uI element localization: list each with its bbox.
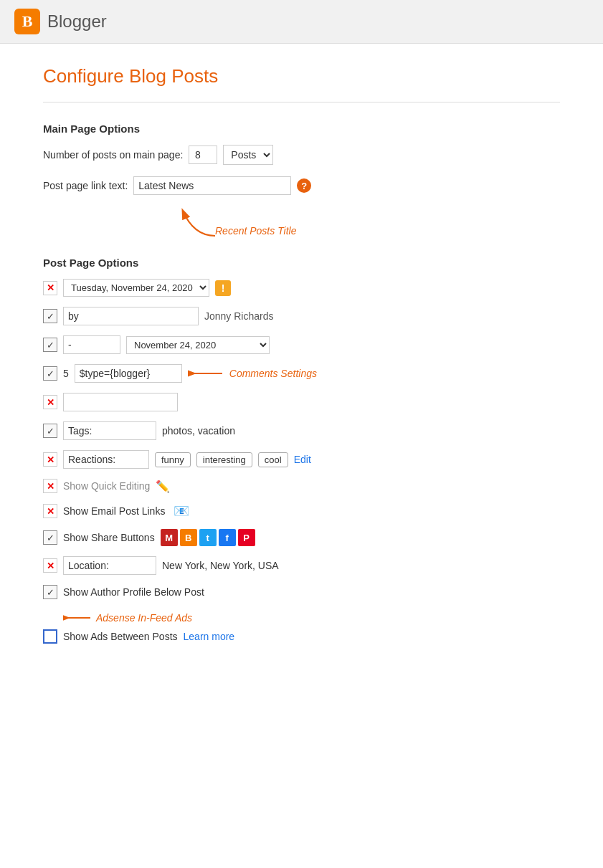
reactions-row: ✕ funny interesting cool Edit (43, 450, 560, 469)
posts-type-select[interactable]: Posts Days (223, 145, 273, 165)
author-row: ✓ Jonny Richards (43, 307, 560, 325)
posts-count-row: Number of posts on main page: Posts Days (43, 145, 560, 165)
date2-select[interactable]: November 24, 2020 (126, 336, 270, 354)
tags-value: photos, vacation (162, 425, 235, 437)
ads-label: Show Ads Between Posts (63, 631, 178, 642)
gmail-share-icon[interactable]: M (161, 529, 178, 546)
learn-more-link[interactable]: Learn more (184, 631, 235, 642)
link-text-label: Post page link text: (43, 180, 128, 191)
pencil-icon: ✏️ (156, 480, 170, 493)
location-value: New York, New York, USA (162, 560, 279, 571)
comments-count: 5 (63, 368, 69, 379)
reaction-cool: cool (258, 452, 288, 467)
link-text-row: Post page link text: ? Recent Posts Titl… (43, 176, 560, 239)
date-separator-row: ✓ November 24, 2020 (43, 335, 560, 354)
author-checkbox[interactable]: ✓ (43, 309, 57, 323)
author-profile-label: Show Author Profile Below Post (63, 586, 204, 598)
author-profile-row: ✓ Show Author Profile Below Post (43, 585, 560, 599)
date-sep-checkbox[interactable]: ✓ (43, 338, 57, 352)
email-links-checkbox[interactable]: ✕ (43, 504, 57, 518)
ads-row: Show Ads Between Posts Learn more (43, 629, 560, 644)
email-links-row: ✕ Show Email Post Links 📧 (43, 503, 560, 519)
twitter-share-icon[interactable]: t (199, 529, 217, 546)
posts-count-input[interactable] (189, 146, 217, 164)
pinterest-share-icon[interactable]: P (238, 529, 255, 546)
app-header: B Blogger (0, 0, 603, 44)
reaction-interesting: interesting (196, 452, 252, 467)
date-row: ✕ Tuesday, November 24, 2020 ! (43, 279, 560, 297)
reactions-label-field[interactable] (63, 450, 149, 469)
recent-posts-title-label: Recent Posts Title (215, 225, 296, 237)
link-text-inner-row: Post page link text: ? (43, 176, 560, 195)
help-icon[interactable]: ? (297, 178, 311, 193)
recent-posts-annotation: Recent Posts Title (172, 204, 560, 239)
location-row: ✕ New York, New York, USA (43, 556, 560, 575)
quick-editing-row: ✕ Show Quick Editing ✏️ (43, 479, 560, 493)
email-icon: 📧 (174, 503, 189, 519)
facebook-share-icon[interactable]: f (219, 529, 236, 546)
divider (43, 102, 560, 102)
adsense-annotation-row: Adsense In-Feed Ads (63, 609, 560, 626)
by-field[interactable] (63, 307, 199, 325)
link-text-input[interactable] (133, 176, 291, 195)
comments-template-field[interactable] (75, 364, 182, 383)
adsense-arrow-icon (63, 609, 92, 626)
reaction-funny: funny (155, 452, 191, 467)
blogger-share-icon[interactable]: B (180, 529, 197, 546)
separator-field[interactable] (63, 335, 120, 354)
empty-field[interactable] (63, 393, 178, 411)
author-profile-checkbox[interactable]: ✓ (43, 585, 57, 599)
main-page-options-title: Main Page Options (43, 123, 560, 135)
reactions-edit-link[interactable]: Edit (294, 454, 311, 465)
main-page-options-section: Main Page Options Number of posts on mai… (43, 123, 560, 239)
warning-icon: ! (215, 280, 231, 296)
date-select[interactable]: Tuesday, November 24, 2020 (63, 279, 209, 297)
comments-checkbox[interactable]: ✓ (43, 366, 57, 381)
ads-checkbox[interactable] (43, 629, 57, 644)
main-content: Configure Blog Posts Main Page Options N… (0, 44, 603, 675)
share-buttons-checkbox[interactable]: ✓ (43, 530, 57, 545)
date-checkbox[interactable]: ✕ (43, 281, 57, 295)
author-name: Jonny Richards (204, 310, 274, 322)
tags-checkbox[interactable]: ✓ (43, 424, 57, 438)
page-title: Configure Blog Posts (43, 65, 560, 87)
share-buttons-row: ✓ Show Share Buttons M B t f P (43, 529, 560, 546)
location-checkbox[interactable]: ✕ (43, 558, 57, 573)
adsense-label: Adsense In-Feed Ads (96, 612, 192, 624)
tags-row: ✓ photos, vacation (43, 421, 560, 440)
tags-label-field[interactable] (63, 421, 156, 440)
post-page-options-section: Post Page Options ✕ Tuesday, November 24… (43, 257, 560, 644)
comments-arrow-icon (188, 365, 224, 382)
email-links-label: Show Email Post Links (63, 505, 165, 517)
comments-annotation: Comments Settings (188, 365, 317, 382)
reactions-checkbox[interactable]: ✕ (43, 452, 57, 467)
blogger-logo-icon: B (14, 9, 40, 34)
share-buttons-label: Show Share Buttons (63, 532, 155, 543)
location-label-field[interactable] (63, 556, 156, 575)
quick-editing-checkbox[interactable]: ✕ (43, 479, 57, 493)
app-name: Blogger (47, 11, 107, 32)
comments-row: ✓ 5 Comments Settings (43, 364, 560, 383)
empty-checkbox[interactable]: ✕ (43, 395, 57, 409)
posts-count-label: Number of posts on main page: (43, 149, 183, 161)
share-icons-group: M B t f P (161, 529, 255, 546)
empty-row: ✕ (43, 393, 560, 411)
quick-editing-label: Show Quick Editing (63, 480, 150, 492)
post-page-options-title: Post Page Options (43, 257, 560, 269)
comments-settings-label: Comments Settings (229, 368, 317, 379)
